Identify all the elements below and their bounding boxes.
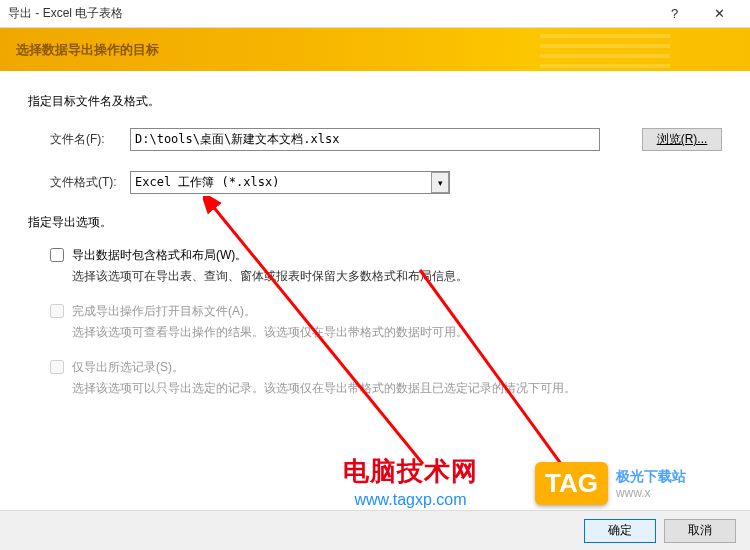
filename-input[interactable] [130, 128, 600, 151]
banner-title: 选择数据导出操作的目标 [16, 41, 159, 59]
checkbox-include-formatting[interactable] [50, 248, 64, 262]
watermark2-url: www.x [616, 486, 686, 500]
window-controls: ? ✕ [652, 3, 742, 25]
option-label: 导出数据时包含格式和布局(W)。 [72, 247, 722, 264]
format-row: 文件格式(T): ▾ [50, 171, 722, 194]
close-button[interactable]: ✕ [697, 3, 742, 25]
filename-label: 文件名(F): [50, 131, 130, 148]
filename-row: 文件名(F): 浏览(R)... [50, 128, 722, 151]
option-include-formatting: 导出数据时包含格式和布局(W)。 选择该选项可在导出表、查询、窗体或报表时保留大… [50, 247, 722, 285]
watermark-text: 电脑技术网 [343, 454, 478, 489]
cancel-button[interactable]: 取消 [664, 519, 736, 543]
window-title: 导出 - Excel 电子表格 [8, 5, 652, 22]
tag-icon: TAG [535, 462, 608, 505]
watermark-url: www.tagxp.com [343, 491, 478, 509]
banner: 选择数据导出操作的目标 [0, 28, 750, 71]
option-label: 仅导出所选记录(S)。 [72, 359, 722, 376]
section-filename-title: 指定目标文件名及格式。 [28, 93, 722, 110]
help-button[interactable]: ? [652, 3, 697, 25]
format-value[interactable] [130, 171, 450, 194]
dialog-content: 指定目标文件名及格式。 文件名(F): 浏览(R)... 文件格式(T): ▾ … [0, 71, 750, 397]
option-desc: 选择该选项可在导出表、查询、窗体或报表时保留大多数格式和布局信息。 [72, 268, 722, 285]
option-open-after-export: 完成导出操作后打开目标文件(A)。 选择该选项可查看导出操作的结果。该选项仅在导… [50, 303, 722, 341]
checkbox-open-after [50, 304, 64, 318]
browse-button[interactable]: 浏览(R)... [642, 128, 722, 151]
watermark-tagxp: 电脑技术网 www.tagxp.com [343, 454, 478, 509]
section-options-title: 指定导出选项。 [28, 214, 722, 231]
dialog-footer: 确定 取消 [0, 510, 750, 550]
option-selected-records: 仅导出所选记录(S)。 选择该选项可以只导出选定的记录。该选项仅在导出带格式的数… [50, 359, 722, 397]
watermark-jiguang: TAG 极光下载站 www.x [535, 462, 686, 505]
ok-button[interactable]: 确定 [584, 519, 656, 543]
option-label: 完成导出操作后打开目标文件(A)。 [72, 303, 722, 320]
chevron-down-icon[interactable]: ▾ [431, 172, 449, 193]
format-dropdown[interactable]: ▾ [130, 171, 450, 194]
watermark2-text: 极光下载站 [616, 468, 686, 486]
format-label: 文件格式(T): [50, 174, 130, 191]
option-desc: 选择该选项可查看导出操作的结果。该选项仅在导出带格式的数据时可用。 [72, 324, 722, 341]
titlebar: 导出 - Excel 电子表格 ? ✕ [0, 0, 750, 28]
option-desc: 选择该选项可以只导出选定的记录。该选项仅在导出带格式的数据且已选定记录的情况下可… [72, 380, 722, 397]
checkbox-selected-records [50, 360, 64, 374]
